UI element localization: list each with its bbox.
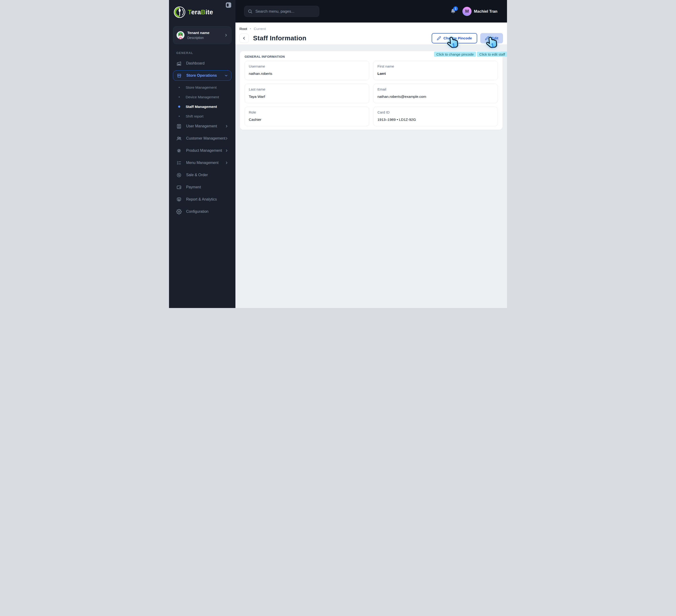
brand-name: TeraBite	[188, 9, 213, 16]
sidebar-section-label: GENERAL	[176, 51, 193, 55]
chevron-right-icon	[225, 161, 228, 165]
sidebar-subitem-staff-management[interactable]: Staff Management	[173, 102, 231, 111]
sale-icon	[176, 172, 182, 178]
tenant-description: Description	[187, 36, 224, 40]
sidebar: TeraBite	[169, 0, 235, 308]
chevron-down-icon	[224, 74, 228, 78]
field-value: Cashier	[249, 118, 365, 122]
tenant-meta: Tenant name Description	[187, 31, 224, 40]
field-value: Lorri	[378, 71, 494, 76]
field-role: Role Cashier	[244, 107, 369, 126]
notification-bell-button[interactable]: 1	[450, 8, 456, 14]
notification-badge: 1	[453, 6, 458, 11]
tooltip-change-pincode: Click to change pincode	[434, 52, 476, 57]
field-last-name: Last name Taya Warf	[244, 84, 369, 103]
sidebar-item-user-management[interactable]: User Management	[173, 121, 231, 131]
tenant-name: Tenant name	[187, 31, 224, 35]
chevron-right-icon	[225, 149, 228, 152]
sidebar-item-configuration[interactable]: Configuration	[173, 206, 231, 217]
bullet-dot-icon	[179, 87, 180, 88]
tooltip-edit-staff: Click to edit staff	[477, 52, 507, 57]
user-name[interactable]: Machiel Tran	[474, 9, 497, 14]
store-icon	[176, 73, 182, 78]
sidebar-item-dashboard[interactable]: Dashboard	[173, 58, 231, 68]
menu-icon: 12	[176, 160, 182, 166]
content-body: GENERAL INFORMATION Username nathan.robe…	[235, 44, 507, 308]
payment-icon	[176, 185, 182, 190]
sidebar-collapse-icon[interactable]	[225, 1, 232, 9]
product-icon	[176, 148, 182, 153]
sidebar-item-report-analytics[interactable]: Report & Analytics	[173, 194, 231, 204]
field-label: Last name	[249, 87, 365, 91]
sidebar-item-payment[interactable]: Payment	[173, 182, 231, 192]
field-value: nathan.roberts@example.com	[378, 95, 494, 99]
sidebar-subitem-store-management[interactable]: Store Management	[173, 82, 231, 92]
pencil-icon	[437, 36, 441, 40]
field-email: Email nathan.roberts@example.com	[373, 84, 498, 103]
breadcrumb-root[interactable]: Root	[239, 27, 247, 31]
search-input[interactable]	[255, 9, 316, 14]
tenant-avatar	[176, 31, 184, 39]
sidebar-item-menu-management[interactable]: 12Menu Management	[173, 158, 231, 168]
user-avatar[interactable]: M	[462, 7, 471, 16]
breadcrumb: Root • Current	[239, 27, 503, 31]
top-bar: 1 M Machiel Tran	[235, 0, 507, 22]
sidebar-item-product-management[interactable]: Product Management	[173, 145, 231, 156]
chevron-right-icon	[225, 137, 228, 140]
brand-logo: TeraBite	[173, 5, 231, 19]
bullet-dot-icon	[179, 116, 180, 117]
svg-text:1: 1	[177, 161, 178, 163]
field-label: Username	[249, 64, 365, 68]
edit-button[interactable]: Edit	[480, 33, 503, 43]
breadcrumb-current: Current	[254, 27, 266, 31]
dashboard-icon	[176, 61, 182, 66]
chevron-right-icon	[225, 125, 228, 128]
user-icon	[176, 124, 182, 129]
breadcrumb-separator: •	[250, 27, 251, 30]
sidebar-nav: DashboardStore OperationsStore Managemen…	[173, 58, 231, 219]
config-icon	[176, 209, 182, 214]
svg-text:2: 2	[177, 163, 178, 165]
field-value: nathan.roberts	[249, 71, 365, 76]
field-value: Taya Warf	[249, 95, 365, 99]
pencil-icon	[485, 36, 489, 40]
sidebar-item-sale-order[interactable]: Sale & Order	[173, 170, 231, 180]
bullet-dot-icon	[178, 106, 180, 108]
app-root: TeraBite	[169, 0, 507, 308]
search-bar[interactable]	[244, 6, 319, 17]
page-actions: Change Pincode Edit	[432, 33, 503, 43]
customers-icon	[176, 136, 182, 141]
field-label: Card ID	[378, 110, 494, 114]
content-area: Root • Current Staff Information	[235, 22, 507, 308]
report-icon	[176, 197, 182, 202]
chevron-right-icon	[224, 33, 228, 37]
change-pincode-button[interactable]: Change Pincode	[432, 33, 477, 43]
topbar-right: 1 M Machiel Tran	[450, 7, 497, 16]
search-icon	[247, 9, 252, 14]
field-label: First name	[378, 64, 494, 68]
main-area: 1 M Machiel Tran Root • Current Staff In…	[235, 0, 507, 308]
bullet-dot-icon	[179, 97, 180, 98]
page-header: Root • Current Staff Information	[235, 22, 507, 44]
field-first-name: First name Lorri	[373, 61, 498, 80]
page-title: Staff Information	[253, 35, 306, 42]
field-label: Email	[378, 87, 494, 91]
sidebar-subitem-device-management[interactable]: Device Management	[173, 92, 231, 102]
sidebar-subitem-shift-report[interactable]: Shift report	[173, 111, 231, 121]
fields-grid: Username nathan.robertsFirst name LorriL…	[244, 61, 498, 126]
field-card-id: Card ID 1913–1989 • LD1Z-92G	[373, 107, 498, 126]
sidebar-item-customer-management[interactable]: Customer Management	[173, 133, 231, 143]
sidebar-item-store-operations[interactable]: Store Operations	[173, 70, 231, 81]
field-value: 1913–1989 • LD1Z-92G	[378, 118, 494, 122]
brand-logo-icon	[173, 6, 186, 18]
general-information-card: GENERAL INFORMATION Username nathan.robe…	[240, 51, 503, 130]
back-button[interactable]	[239, 34, 249, 43]
tenant-card[interactable]: Tenant name Description	[173, 26, 231, 44]
field-label: Role	[249, 110, 365, 114]
field-username: Username nathan.roberts	[244, 61, 369, 80]
